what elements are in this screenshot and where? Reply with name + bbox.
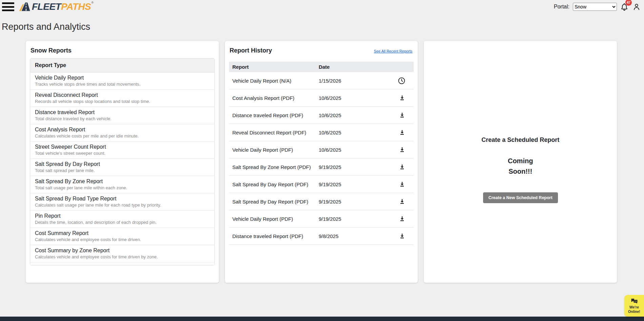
- history-report-date: 9/19/2025: [319, 216, 390, 222]
- report-history-row[interactable]: Salt Spread By Day Report (PDF) 9/19/202…: [229, 176, 414, 193]
- history-report-name: Cost Analysis Report (PDF): [232, 95, 319, 101]
- snow-reports-title: Snow Reports: [30, 47, 215, 54]
- report-type-row[interactable]: Cost Summary Report Calculates vehicle a…: [30, 228, 214, 245]
- download-icon[interactable]: [399, 233, 406, 239]
- report-type-name: Salt Spread By Day Report: [35, 161, 210, 167]
- see-all-recent-reports-link[interactable]: See All Recent Reports: [374, 49, 413, 53]
- hamburger-menu-icon[interactable]: [2, 2, 14, 11]
- report-type-description: Tracks vehicle stops drive times and tot…: [35, 82, 210, 87]
- history-report-date: 9/19/2025: [319, 164, 390, 170]
- report-type-description: Calculates salt usage per lane mile for …: [35, 202, 210, 208]
- download-icon[interactable]: [399, 94, 406, 101]
- report-type-list: Report Type Vehicle Daily Report Tracks …: [30, 58, 215, 265]
- history-report-name: Salt Spread By Zone Report (PDF): [232, 164, 319, 170]
- history-report-date: 9/8/2025: [319, 233, 390, 239]
- column-header-report: Report: [232, 64, 319, 70]
- download-icon[interactable]: [399, 129, 406, 136]
- history-report-date: 9/19/2025: [319, 181, 390, 187]
- report-history-row[interactable]: Vehicle Daily Report (N/A) 1/15/2026: [229, 72, 414, 89]
- snow-reports-card: Snow Reports Report Type Vehicle Daily R…: [26, 41, 219, 283]
- scheduled-report-title: Create a Scheduled Report: [428, 136, 613, 144]
- report-history-row[interactable]: Cost Analysis Report (PDF) 10/6/2025: [229, 89, 414, 107]
- download-icon[interactable]: [399, 112, 406, 119]
- report-type-row[interactable]: Salt Spread By Road Type Report Calculat…: [30, 193, 214, 211]
- notifications-button[interactable]: 47: [620, 2, 629, 11]
- download-icon[interactable]: [399, 146, 406, 153]
- download-icon[interactable]: [399, 198, 406, 205]
- report-history-row[interactable]: Salt Spread By Day Report (PDF) 9/19/202…: [229, 193, 414, 210]
- user-account-button[interactable]: [632, 3, 641, 11]
- history-report-name: Salt Spread By Day Report (PDF): [232, 199, 319, 205]
- report-type-description: Total salt spread per lane mile.: [35, 168, 210, 173]
- report-type-name: Salt Spread By Zone Report: [35, 178, 210, 185]
- chat-bubbles-icon: [630, 298, 639, 305]
- report-type-description: Details the time, location, and descript…: [35, 220, 210, 225]
- report-type-row[interactable]: Cost Summary by Zone Report Calculates v…: [30, 245, 214, 262]
- scheduled-report-card: Create a Scheduled Report Coming Soon!!!…: [424, 41, 617, 283]
- report-type-row[interactable]: Pin Report Details the time, location, a…: [30, 211, 214, 228]
- horizontal-scrollbar[interactable]: [30, 262, 214, 265]
- report-history-table-header: Report Date: [229, 62, 414, 72]
- report-history-row[interactable]: Distance traveled Report (PDF) 9/8/2025: [229, 228, 414, 245]
- registered-mark: ®: [91, 1, 94, 4]
- report-type-description: Calculates vehicle and employee costs fo…: [35, 254, 210, 259]
- download-icon[interactable]: [399, 164, 406, 170]
- report-history-rows: Vehicle Daily Report (N/A) 1/15/2026: [229, 72, 414, 245]
- report-type-rows: Vehicle Daily Report Tracks vehicle stop…: [30, 72, 214, 262]
- report-history-row[interactable]: Vehicle Daily Report (PDF) 10/6/2025: [229, 141, 414, 158]
- history-report-name: Vehicle Daily Report (N/A): [232, 78, 319, 84]
- history-report-date: 10/6/2025: [319, 95, 390, 101]
- user-icon: [632, 3, 641, 11]
- history-report-date: 10/6/2025: [319, 147, 390, 153]
- history-report-name: Vehicle Daily Report (PDF): [232, 147, 319, 153]
- app-header: FLEETPATHS ® Portal: Snow 47: [0, 0, 644, 14]
- report-history-row[interactable]: Distance traveled Report (PDF) 10/6/2025: [229, 107, 414, 124]
- report-history-row[interactable]: Salt Spread By Zone Report (PDF) 9/19/20…: [229, 158, 414, 176]
- report-type-name: Cost Summary by Zone Report: [35, 248, 210, 254]
- report-type-row[interactable]: Distance traveled Report Total distance …: [30, 107, 214, 124]
- history-report-name: Vehicle Daily Report (PDF): [232, 216, 319, 222]
- report-type-name: Salt Spread By Road Type Report: [35, 196, 210, 202]
- column-header-date: Date: [319, 64, 390, 70]
- notification-badge: 47: [625, 0, 632, 6]
- coming-soon-text: Coming Soon!!!: [428, 156, 613, 177]
- report-type-column-header: Report Type: [30, 59, 214, 72]
- report-type-name: Street Sweeper Count Report: [35, 144, 210, 150]
- report-history-row[interactable]: Reveal Disconnect Report (PDF) 10/6/2025: [229, 124, 414, 141]
- download-icon[interactable]: [399, 181, 406, 188]
- history-report-date: 9/19/2025: [319, 199, 390, 205]
- report-type-row[interactable]: Cost Analysis Report Calculates vehicle …: [30, 124, 214, 142]
- history-report-date: 10/6/2025: [319, 112, 390, 118]
- report-type-row[interactable]: Salt Spread By Day Report Total salt spr…: [30, 159, 214, 176]
- create-scheduled-report-button[interactable]: Create a New Scheduled Report: [483, 192, 558, 203]
- live-chat-widget[interactable]: We're Online!: [624, 295, 644, 317]
- history-report-name: Salt Spread By Day Report (PDF): [232, 181, 319, 187]
- page-title: Reports and Analytics: [2, 22, 644, 32]
- history-report-date: 10/6/2025: [319, 130, 390, 135]
- fleetpaths-logo[interactable]: FLEETPATHS ®: [18, 2, 94, 12]
- portal-select[interactable]: Snow: [573, 3, 617, 11]
- report-type-description: Calculates vehicle costs per mile and pe…: [35, 133, 210, 138]
- report-type-row[interactable]: Salt Spread By Zone Report Total salt us…: [30, 176, 214, 193]
- report-type-name: Distance traveled Report: [35, 109, 210, 115]
- report-type-name: Cost Summary Report: [35, 230, 210, 236]
- report-type-name: Pin Report: [35, 213, 210, 219]
- history-report-name: Distance traveled Report (PDF): [232, 112, 319, 118]
- report-type-name: Vehicle Daily Report: [35, 75, 210, 81]
- history-report-name: Distance traveled Report (PDF): [232, 233, 319, 239]
- footer-bar: [0, 317, 644, 321]
- report-history-row[interactable]: Vehicle Daily Report (PDF) 9/19/2025: [229, 210, 414, 228]
- portal-label: Portal:: [554, 4, 569, 10]
- logo-text: FLEETPATHS: [32, 2, 91, 12]
- report-type-row[interactable]: Vehicle Daily Report Tracks vehicle stop…: [30, 72, 214, 90]
- history-report-date: 1/15/2026: [319, 78, 390, 84]
- report-type-description: Records all vehicle stops stop locations…: [35, 99, 210, 104]
- report-type-row[interactable]: Street Sweeper Count Report Total vehicl…: [30, 142, 214, 159]
- report-history-card: Report History See All Recent Reports Re…: [225, 41, 418, 283]
- report-type-name: Cost Analysis Report: [35, 127, 210, 133]
- report-history-title: Report History: [230, 47, 272, 54]
- report-type-row[interactable]: Reveal Disconnect Report Records all veh…: [30, 90, 214, 107]
- report-type-name: Reveal Disconnect Report: [35, 92, 210, 98]
- scheduled-clock-icon[interactable]: [398, 77, 406, 85]
- download-icon[interactable]: [399, 215, 406, 222]
